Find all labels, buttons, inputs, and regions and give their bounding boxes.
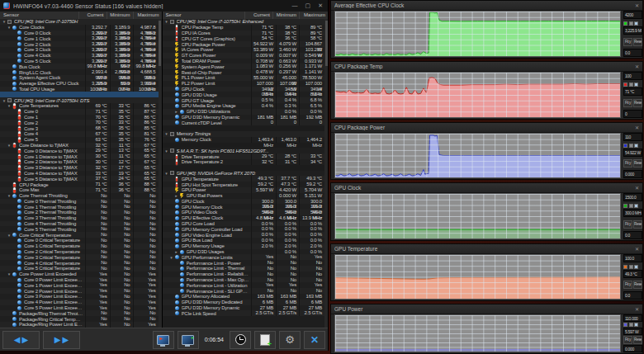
close-button[interactable]: ✕: [318, 1, 323, 11]
graph-plot-area[interactable]: [334, 254, 621, 300]
sensor-row[interactable]: Performance Limit - ThermalNoNoNo: [163, 266, 325, 271]
y-axis-min-input[interactable]: 0.0: [623, 231, 642, 239]
sensor-row[interactable]: GPU D3D Usage0.5 %0.4 %8.1 %: [163, 92, 325, 97]
selected-row[interactable]: [0, 92, 159, 97]
sensor-row[interactable]: Core 1 Thermal ThrottlingNoNoNo: [0, 204, 159, 210]
sensor-row[interactable]: GPU Core Load0.0 %0.0 %0.0 %: [163, 221, 325, 227]
reset-button[interactable]: Reset: [633, 281, 642, 289]
fit-y-button[interactable]: Fit y: [623, 159, 632, 168]
sensor-row[interactable]: Performance Limit - SLI GPUBoost SyncNoN…: [163, 288, 325, 294]
fit-y-button[interactable]: Fit y: [623, 38, 632, 46]
sensor-row[interactable]: Core 467 °C35 °C81 °C: [0, 131, 159, 137]
sensor-row[interactable]: Core 4 Power Limit ExceededYesNoYes: [0, 300, 159, 305]
sensor-row[interactable]: Core 5 Power Limit ExceededYesNoYes: [0, 305, 159, 311]
sensor-row[interactable]: CPU GT Cores (Graphics)54 °C36 °C58 °C: [163, 35, 325, 41]
maximize-button[interactable]: ▢: [305, 1, 311, 11]
sensor-row[interactable]: GT Cores Power0.009 W0.007 W0.549 W: [163, 53, 325, 59]
sensor-row[interactable]: GPU Memory Clock101.3 MHz101.3 MHz101.3 …: [163, 204, 325, 210]
sensor-row[interactable]: Ring/LLC Clock2,993.4 MHz2,893.8 MHz4,68…: [0, 69, 159, 75]
reset-clock-button[interactable]: [230, 331, 251, 349]
logging-report-button[interactable]: [254, 331, 276, 349]
sensor-row[interactable]: Core 4 Thermal ThrottlingNoNoNo: [0, 221, 159, 227]
sensor-row[interactable]: Memory Clock1,463.4 MHz1,463.0 MHz1,464.…: [163, 137, 325, 143]
sensor-row[interactable]: Performance Limit - UtilizationYesYesYes: [163, 282, 325, 288]
graph-plot-area[interactable]: [334, 72, 621, 118]
graph-titlebar[interactable]: GPU Clock✕: [331, 183, 642, 193]
graph-titlebar[interactable]: GPU Temperature✕: [331, 244, 642, 254]
sensor-row[interactable]: ▾Core Power Limit ExceededYesNoYes: [0, 271, 159, 277]
sensor-row[interactable]: IA Cores Power53.389 W3.460 W103.283 W: [163, 47, 325, 53]
y-axis-max-input[interactable]: 100.0: [623, 254, 642, 262]
sensor-row[interactable]: ▾Core Thermal ThrottlingNoNoNo: [0, 193, 159, 199]
scrollbar-thumb[interactable]: [325, 21, 328, 66]
sensor-row[interactable]: Core 5 Critical TemperatureNoNoNo: [0, 266, 159, 271]
section-header-row[interactable]: ▾GPU [#0]: NVIDIA GeForce RTX 2070:: [163, 171, 325, 177]
sensor-row[interactable]: Bus Clock99.8 MHz99.7 MHz99.8 MHz: [0, 64, 159, 69]
separator-row[interactable]: [163, 143, 325, 149]
sensor-row[interactable]: GPU Memory Usage2.0 %2.0 %2.0 %: [163, 243, 325, 249]
graph-titlebar[interactable]: CPU Package Temp✕: [331, 62, 642, 72]
scrollbar[interactable]: [159, 19, 162, 328]
sensor-row[interactable]: Core 3 Thermal ThrottlingNoNoNo: [0, 215, 159, 221]
sensor-row[interactable]: Core 368 °C35 °C85 °C: [0, 125, 159, 131]
sensor-row[interactable]: Core 2 Clock3,292.7 MHz3,189.9 MHz4,789.…: [0, 41, 159, 47]
sensor-row[interactable]: Core 0 Power Limit ExceededYesNoYes: [0, 277, 159, 283]
sensor-row[interactable]: GPU Clock300.0 MHz300.0 MHz300.0 MHz: [163, 199, 325, 205]
graph-close-icon[interactable]: ✕: [635, 2, 639, 8]
sensor-row[interactable]: Core 270 °C33 °C86 °C: [0, 120, 159, 125]
graph-close-icon[interactable]: ✕: [635, 185, 639, 191]
sensor-row[interactable]: CPU Package Temp71 °C38 °C89 °C: [163, 25, 325, 31]
sensor-row[interactable]: Core 170 °C35 °C86 °C: [0, 115, 159, 120]
sensor-row[interactable]: GPU Video Engine Load0.0 %0.0 %0.0 %: [163, 232, 325, 238]
graph-close-icon[interactable]: ✕: [635, 125, 639, 130]
sensor-row[interactable]: Core 1 Power Limit ExceededYesNoYes: [0, 282, 159, 288]
scrollbar-thumb[interactable]: [159, 21, 161, 66]
sensor-row[interactable]: GPU Memory Controller Load0.0 %0.0 %0.0 …: [163, 226, 325, 232]
sensor-row[interactable]: Total DRAM Power0.708 W0.663 W0.933 W: [163, 59, 325, 64]
monitoring-window-button[interactable]: [153, 331, 174, 349]
sensor-row[interactable]: GPU Bus Load0.0 %0.0 %0.0 %: [163, 238, 325, 243]
sensor-row[interactable]: Core 1 Clock3,292.7 MHz3,189.9 MHz4,789.…: [0, 35, 159, 41]
graph-close-icon[interactable]: ✕: [635, 306, 639, 312]
sensor-row[interactable]: Core 2 Critical TemperatureNoNoNo: [0, 249, 159, 255]
sensor-row[interactable]: Core 0 Distance to TjMAX29 °C13 °C65 °C: [0, 148, 159, 153]
sensor-row[interactable]: ▸GPU D3D Utilizations0.0 %0.0 %: [163, 109, 325, 115]
sensor-row[interactable]: PL1 Power Limit55.000 W45.000 W78.500 W: [163, 75, 325, 81]
sensor-row[interactable]: ▾Core Clocks3,292.7 MHz3,189.9 MHz4,987.…: [0, 25, 159, 31]
sensor-row[interactable]: Core 4 Clock3,292.7 MHz3,189.9 MHz4,789.…: [0, 53, 159, 59]
fit-y-button[interactable]: Fit y: [623, 220, 632, 229]
section-header-row[interactable]: ▾S.M.A.R.T.: SK hynix PC601 HFS512GD9T..…: [163, 148, 325, 153]
sensor-row[interactable]: GPU Temperature49.3 °C37.7 °C49.3 °C: [163, 176, 325, 182]
y-axis-max-input[interactable]: 110: [623, 133, 642, 141]
graph-close-icon[interactable]: ✕: [635, 246, 639, 252]
sensor-row[interactable]: PL2 Power Limit107.000 W107.000 W107.000…: [163, 81, 325, 87]
sensor-row[interactable]: Core 563 °C35 °C76 °C: [0, 137, 159, 143]
y-axis-max-input[interactable]: 4200: [623, 11, 642, 19]
sensor-row[interactable]: Core 071 °C35 °C87 °C: [0, 109, 159, 115]
sensor-row[interactable]: GPU Hot Spot Temperature59.2 °C47.3 °C59…: [163, 182, 325, 187]
sensor-row[interactable]: CPU Package71 °C36 °C88 °C: [0, 182, 159, 187]
section-header-row[interactable]: ▾CPU [#0]: Intel Core i7-10750H: Enhance…: [163, 19, 325, 25]
sensor-row[interactable]: GPU D3D Memory Dynamic27 MB27 MB27 MB: [163, 305, 325, 311]
reset-button[interactable]: Reset: [633, 38, 642, 46]
sensor-row[interactable]: Core 1 Critical TemperatureNoNoNo: [0, 243, 159, 249]
expand-columns-button[interactable]: ▶ ▶: [43, 331, 80, 349]
sensor-row[interactable]: Core 5 Distance to TjMAX37 °C24 °C65 °C: [0, 176, 159, 182]
sensor-row[interactable]: GPU D3D Memory Dynamic181 MB181 MB192 MB: [163, 115, 325, 120]
graph-titlebar[interactable]: GPU Power✕: [331, 304, 642, 314]
sensor-row[interactable]: Core 5 Clock3,292.7 MHz3,189.9 MHz4,789.…: [0, 59, 159, 64]
section-header-row[interactable]: ▾CPU [#0]: Intel Core i7-10750H: [0, 19, 159, 25]
sensor-row[interactable]: ▸GPU D3D Usages0.0 %0.0 %: [163, 249, 325, 255]
sensor-row[interactable]: ▾Core Temperatures69 °C33 °C86 °C: [0, 103, 159, 109]
graph-titlebar[interactable]: Average Effective CPU Clock✕: [331, 1, 642, 11]
sensor-row[interactable]: PCIe Link Speed2.5 GT/s2.5 GT/s2.5 GT/s: [163, 310, 325, 316]
separator-row[interactable]: [163, 165, 325, 171]
sensor-row[interactable]: Average Effective CPU Clock3,225.9 MHz52…: [0, 81, 159, 87]
sensor-row[interactable]: Core Max71 °C36 °C88 °C: [0, 187, 159, 193]
fit-y-button[interactable]: Fit y: [623, 336, 632, 344]
settings-button[interactable]: ⚙: [279, 331, 301, 349]
sensor-row[interactable]: Core 5 Thermal ThrottlingNoNoNo: [0, 226, 159, 232]
sensor-row[interactable]: System Agent Power1.083 W0.256 W1.171 W: [163, 64, 325, 69]
graph-plot-area[interactable]: [334, 11, 621, 57]
sensor-row[interactable]: Performance Limit - PowerNoNoNo: [163, 260, 325, 266]
